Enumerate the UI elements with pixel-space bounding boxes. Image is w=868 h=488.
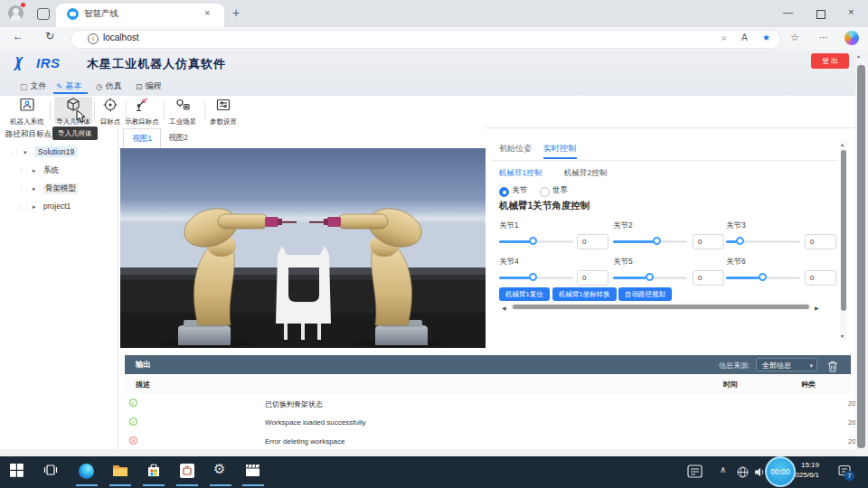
page-scroll-up-icon[interactable]: ▴ — [857, 52, 860, 59]
toolbar-parameter-settings[interactable]: 参数设置 — [203, 97, 244, 127]
joint5-slider[interactable] — [613, 277, 687, 279]
settings-gear-icon[interactable]: ⚙ — [213, 461, 225, 477]
tree-item-system[interactable]: ⋮⋮ ▸ 系统 — [0, 163, 118, 181]
caret-right-icon[interactable]: ▸ — [33, 185, 36, 192]
tab-arm1-control[interactable]: 机械臂1控制 — [499, 168, 542, 179]
start-button-icon[interactable] — [10, 464, 24, 481]
source-filter-select[interactable]: 全部信息 ▾ — [756, 358, 817, 371]
panel-scroll-down-icon[interactable]: ▾ — [841, 333, 844, 339]
output-row[interactable]: ✓ 已切换到骨架状态 2025/6/1 15:19:04 success — [125, 394, 851, 414]
page-scrollbar-thumb[interactable] — [857, 65, 865, 448]
panel-scroll-up-icon[interactable]: ▴ — [841, 141, 844, 147]
hscrollbar-thumb[interactable] — [513, 305, 809, 309]
browser-tab[interactable] — [56, 4, 224, 27]
collections-icon[interactable]: ☆ — [790, 32, 799, 43]
slider-thumb[interactable] — [529, 273, 537, 281]
tree-item-label[interactable]: project1 — [43, 202, 71, 211]
radio-joint[interactable] — [499, 187, 509, 197]
window-minimize-icon[interactable]: — — [783, 6, 793, 17]
tray-chevron-up-icon[interactable]: ∧ — [720, 465, 726, 474]
new-tab-icon[interactable]: + — [232, 5, 240, 20]
tree-item-label[interactable]: 骨架模型 — [43, 183, 78, 194]
joint2-input[interactable] — [693, 234, 724, 249]
output-row[interactable]: ✕ Error deleting workspace 2025/6/1 15:1… — [125, 432, 851, 450]
joint2-slider[interactable] — [613, 240, 687, 243]
search-icon[interactable]: ⌕ — [722, 33, 727, 43]
toolbar-teach-target[interactable]: 示教目标点 — [121, 97, 163, 127]
slider-thumb[interactable] — [529, 237, 537, 245]
tree-item-project1[interactable]: ⋮⋮ ▸ project1 — [0, 199, 118, 217]
tree-item-label[interactable]: Solution19 — [34, 146, 78, 157]
edge-browser-icon[interactable] — [79, 464, 94, 479]
menu-item-file[interactable]: ▢ 文件 — [20, 80, 47, 92]
menu-item-programming[interactable]: ⊡ 编程 — [136, 80, 162, 92]
menu-item-basic[interactable]: ✎ 基本 — [56, 80, 82, 92]
site-info-icon[interactable]: i — [88, 33, 99, 44]
read-aloud-icon[interactable]: A — [741, 33, 748, 42]
video-app-icon[interactable] — [245, 464, 260, 481]
slider-thumb[interactable] — [653, 237, 661, 245]
caret-right-icon[interactable]: ▸ — [33, 167, 36, 174]
caret-right-icon[interactable]: ▸ — [33, 203, 36, 211]
radio-world-label[interactable]: 世界 — [552, 185, 568, 196]
slider-thumb[interactable] — [759, 273, 767, 281]
window-restore-icon[interactable] — [816, 10, 826, 19]
output-row[interactable]: ✓ Workspace loaded successfully 2025/6/1… — [125, 413, 851, 433]
arm1-coord-transform-button[interactable]: 机械臂1坐标转换 — [552, 287, 617, 301]
drag-handle-icon[interactable]: ⋮⋮ — [18, 185, 29, 192]
slider-thumb[interactable] — [646, 273, 654, 281]
network-globe-icon[interactable] — [737, 465, 749, 482]
browser-menu-icon[interactable]: ⋯ — [819, 33, 828, 42]
back-icon[interactable]: ← — [13, 30, 24, 42]
microsoft-store-icon[interactable] — [146, 464, 161, 481]
tab-initial-pose[interactable]: 初始位姿 — [499, 143, 532, 155]
browser-profile-avatar[interactable] — [8, 5, 24, 21]
hscroll-left-icon[interactable]: ◀ — [502, 305, 506, 311]
tab-workspaces-icon[interactable] — [37, 8, 50, 20]
url-field[interactable] — [71, 30, 781, 49]
radio-world[interactable] — [540, 187, 550, 197]
widgets-news-icon[interactable] — [687, 465, 703, 482]
radio-joint-label[interactable]: 关节 — [512, 185, 527, 196]
drag-handle-icon[interactable]: ⋮⋮ — [18, 203, 29, 211]
hscroll-right-icon[interactable]: ▶ — [815, 305, 819, 311]
toolbar-import-geometry[interactable]: 导入几何体 — [52, 97, 94, 127]
logout-button[interactable]: 登 出 — [811, 53, 849, 69]
favorite-star-icon[interactable]: ★ — [762, 33, 770, 42]
joint3-input[interactable] — [805, 234, 836, 249]
caret-down-icon[interactable]: ▾ — [24, 149, 27, 156]
copilot-icon[interactable] — [844, 31, 859, 45]
tab-arm2-control[interactable]: 机械臂2控制 — [564, 168, 607, 179]
panel-scrollbar-thumb[interactable] — [841, 150, 846, 311]
tab-realtime-control[interactable]: 实时控制 — [543, 143, 576, 155]
tab-close-icon[interactable]: × — [204, 7, 210, 18]
tree-item-solution[interactable]: ⋮⋮ ▾ Solution19 — [0, 145, 118, 163]
joint4-input[interactable] — [577, 270, 609, 286]
tree-item-label[interactable]: 系统 — [43, 165, 59, 176]
viewport-3d-scene[interactable] — [120, 148, 486, 348]
joint6-input[interactable] — [805, 270, 836, 286]
drag-handle-icon[interactable]: ⋮⋮ — [18, 167, 29, 174]
joint1-input[interactable] — [577, 234, 609, 249]
file-explorer-icon[interactable] — [112, 464, 128, 481]
task-view-icon[interactable] — [43, 464, 58, 480]
tree-item-skeleton-model[interactable]: ⋮⋮ ▸ 骨架模型 — [0, 181, 118, 199]
joint6-slider[interactable] — [726, 277, 800, 279]
toolbar-industrial-scene[interactable]: 工业场景 — [162, 97, 203, 127]
joint3-slider[interactable] — [726, 240, 800, 243]
auto-path-planning-button[interactable]: 自动路径规划 — [618, 287, 672, 301]
drag-handle-icon[interactable]: ⋮⋮ — [9, 149, 20, 156]
arm1-reset-button[interactable]: 机械臂1复位 — [499, 287, 550, 301]
joint1-slider[interactable] — [499, 240, 573, 243]
slider-thumb[interactable] — [736, 237, 744, 245]
app-shortcut-icon[interactable] — [180, 464, 194, 478]
window-close-icon[interactable]: × — [848, 6, 854, 17]
screen-recording-timer[interactable]: 00:00 — [765, 456, 796, 487]
tab-view2[interactable]: 视图2 — [160, 128, 196, 147]
refresh-icon[interactable]: ↻ — [45, 30, 54, 42]
url-text[interactable]: localhost — [103, 33, 138, 42]
menu-item-simulation[interactable]: ◷ 仿真 — [96, 80, 122, 92]
volume-speaker-icon[interactable] — [754, 465, 766, 482]
toolbar-robot-system[interactable]: 机器人系统 — [6, 97, 48, 127]
joint4-slider[interactable] — [499, 277, 573, 279]
